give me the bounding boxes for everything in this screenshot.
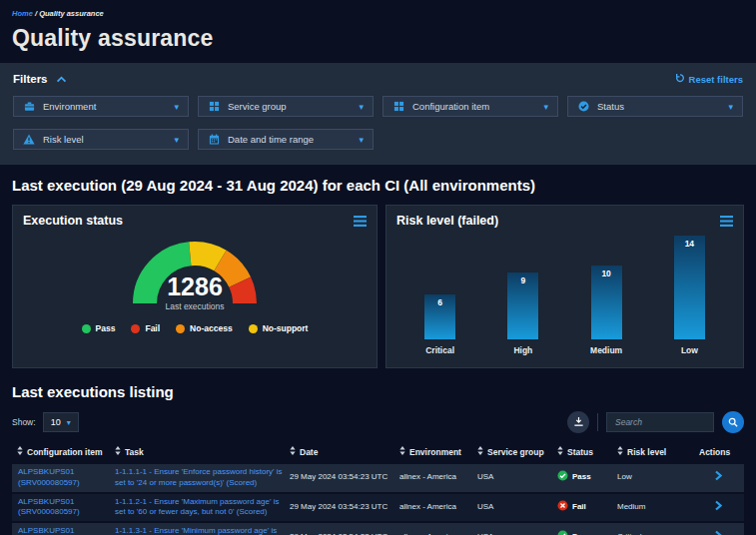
row-actions-button[interactable] <box>699 467 744 488</box>
legend-item-no-support[interactable]: No-support <box>249 323 309 333</box>
chevron-down-icon: ▾ <box>174 135 179 145</box>
date-cell: 29 May 2024 03:54:23 UTC <box>290 499 399 516</box>
legend-item-pass[interactable]: Pass <box>82 323 116 333</box>
column-header-label: Status <box>567 447 593 457</box>
status-cell: Pass <box>557 527 617 535</box>
configuration-item-link[interactable]: ALPSBKUPS01 (SRV000080597) <box>18 467 80 487</box>
chevron-down-icon: ▾ <box>359 135 364 145</box>
sort-icon <box>399 446 405 457</box>
column-header-service-group[interactable]: Service group <box>477 446 557 457</box>
search-button[interactable] <box>722 411 744 433</box>
legend-label: No-access <box>190 323 233 333</box>
search-input[interactable] <box>606 412 714 432</box>
bar-value: 14 <box>674 239 705 249</box>
risk-level-title: Risk level (failed) <box>396 214 498 228</box>
status-cell: Fail <box>557 497 617 518</box>
filter-dropdown-status[interactable]: Status▾ <box>567 96 743 117</box>
warning-triangle-icon <box>23 134 35 145</box>
chevron-down-icon: ▾ <box>174 102 179 112</box>
service-group-cell: USA <box>477 499 557 516</box>
legend-item-fail[interactable]: Fail <box>131 323 160 333</box>
bar-category-label: High <box>513 345 532 355</box>
table-row: ALPSBKUPS01 (SRV000080597)1-1.1.1-1 - En… <box>12 464 744 494</box>
row-actions-button[interactable] <box>699 527 744 535</box>
filter-dropdown-risk-level[interactable]: Risk level▾ <box>13 129 189 150</box>
environment-cell: allnex - America <box>399 529 477 535</box>
grid-icon <box>208 101 220 112</box>
filter-dropdown-environment[interactable]: Environment▾ <box>13 96 189 117</box>
task-link[interactable]: 1-1.1.1-1 - Ensure 'Enforce password his… <box>115 467 283 487</box>
execution-status-gauge: 1286 Last executions <box>120 230 270 311</box>
sort-icon <box>290 446 296 457</box>
gauge-legend: PassFailNo-accessNo-support <box>13 323 377 333</box>
reset-filters-button[interactable]: Reset filters <box>675 73 743 85</box>
reset-icon <box>675 73 685 85</box>
divider <box>597 413 598 431</box>
column-header-configuration-item[interactable]: Configuration item <box>12 446 115 457</box>
status-label: Fail <box>572 502 586 513</box>
bar-low: 14 <box>674 236 705 339</box>
task-link[interactable]: 1-1.1.3-1 - Ensure 'Minimum password age… <box>115 526 277 535</box>
table-header-row: Configuration itemTaskDateEnvironmentSer… <box>12 442 744 464</box>
bar-column-low: 14Low <box>648 232 731 355</box>
filter-dropdown-date-and-time-range[interactable]: Date and time range▾ <box>198 129 374 150</box>
column-header-environment[interactable]: Environment <box>399 446 477 457</box>
risk-level-bar-chart: 6Critical9High10Medium14Low <box>398 232 731 355</box>
filter-dropdown-configuration-item[interactable]: Configuration item▾ <box>382 96 558 117</box>
main-content: Last execution (29 Aug 2024 - 31 Aug 202… <box>0 177 756 535</box>
sort-icon <box>17 446 23 457</box>
download-button[interactable] <box>567 411 589 433</box>
breadcrumb: Home / Quality assurance <box>12 9 744 18</box>
chart-menu-icon[interactable] <box>720 216 733 227</box>
filter-dropdown-service-group[interactable]: Service group▾ <box>198 96 374 117</box>
sort-icon <box>557 446 563 457</box>
chart-menu-icon[interactable] <box>354 216 367 227</box>
table-row: ALPSBKUPS01 (SRV000080597)1-1.1.3-1 - En… <box>12 523 744 535</box>
task-link[interactable]: 1-1.1.2-1 - Ensure 'Maximum password age… <box>115 497 279 517</box>
risk-level-cell: Critical <box>617 529 699 535</box>
page-size-select[interactable]: 10 ▾ <box>43 412 79 432</box>
legend-item-no-access[interactable]: No-access <box>176 323 233 333</box>
column-header-risk-level[interactable]: Risk level <box>617 446 699 457</box>
legend-dot <box>249 324 258 333</box>
filters-panel: Filters Reset filters Environment▾Servic… <box>0 63 756 165</box>
column-header-task[interactable]: Task <box>115 446 290 457</box>
legend-dot <box>82 324 91 333</box>
execution-status-title: Execution status <box>23 214 123 228</box>
filter-dropdown-label: Environment <box>43 101 96 112</box>
column-header-date[interactable]: Date <box>290 446 399 457</box>
reset-filters-label: Reset filters <box>689 74 743 85</box>
chevron-up-icon[interactable] <box>56 76 67 83</box>
search-icon <box>728 415 738 430</box>
chevron-down-icon: ▾ <box>543 102 548 112</box>
date-cell: 29 May 2024 03:54:23 UTC <box>290 529 399 535</box>
chevron-down-icon: ▾ <box>359 102 364 112</box>
table-body: ALPSBKUPS01 (SRV000080597)1-1.1.1-1 - En… <box>12 464 744 535</box>
row-actions-button[interactable] <box>699 497 744 518</box>
column-header-label: Environment <box>409 447 461 457</box>
bar-column-high: 9High <box>481 232 564 355</box>
sort-icon <box>115 446 121 457</box>
briefcase-icon <box>23 101 35 112</box>
filter-dropdown-label: Status <box>597 101 624 112</box>
column-header-status[interactable]: Status <box>557 446 617 457</box>
gauge-value: 1286 <box>120 274 270 299</box>
risk-level-cell: Medium <box>617 499 699 516</box>
breadcrumb-home-link[interactable]: Home <box>12 9 33 18</box>
filters-title: Filters <box>13 73 48 85</box>
page-size-value: 10 <box>51 417 61 427</box>
filter-grid: Environment▾Service group▾Configuration … <box>13 96 743 150</box>
chevron-right-icon <box>714 500 723 515</box>
section-title: Last execution (29 Aug 2024 - 31 Aug 202… <box>12 177 744 194</box>
pass-icon <box>557 530 568 535</box>
gauge-label: Last executions <box>120 301 270 311</box>
legend-dot <box>176 324 185 333</box>
legend-label: No-support <box>263 323 309 333</box>
configuration-item-link[interactable]: ALPSBKUPS01 (SRV000080597) <box>18 497 80 517</box>
chevron-down-icon: ▾ <box>67 418 71 427</box>
chevron-right-icon <box>714 530 723 535</box>
configuration-item-link[interactable]: ALPSBKUPS01 (SRV000080597) <box>18 526 80 535</box>
breadcrumb-current: Quality assurance <box>39 9 104 18</box>
sort-icon <box>617 446 623 457</box>
date-cell: 29 May 2024 03:54:23 UTC <box>290 469 399 486</box>
